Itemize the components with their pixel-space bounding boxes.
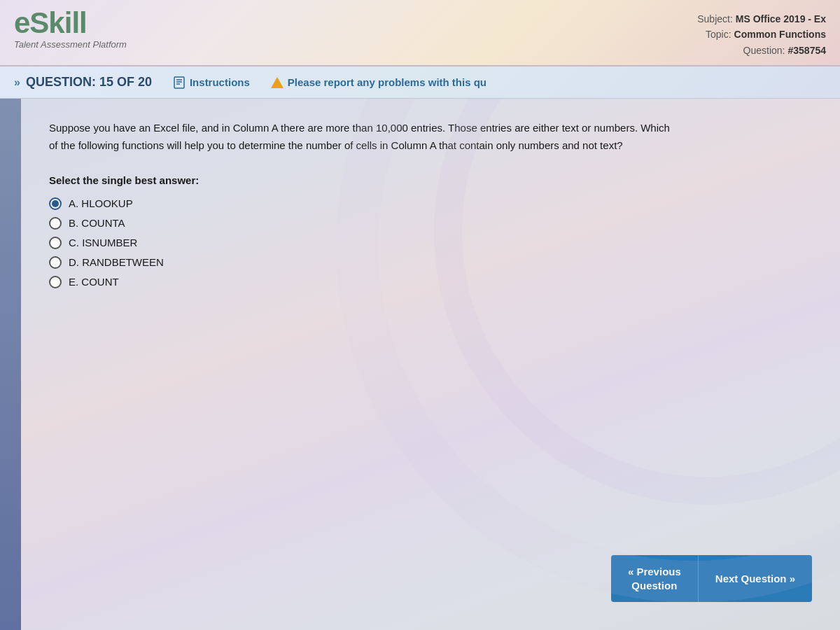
answer-option-d[interactable]: D. RANDBETWEEN (49, 256, 812, 269)
answer-option-b[interactable]: B. COUNTA (49, 217, 812, 230)
report-problem-button[interactable]: Please report any problems with this qu (271, 76, 486, 88)
next-question-button[interactable]: Next Question » (698, 555, 812, 602)
radio-e (49, 276, 62, 288)
radio-inner-a (52, 200, 59, 207)
navigation-buttons: « Previous Question Next Question » (611, 555, 812, 602)
instructions-button[interactable]: Instructions (173, 76, 250, 89)
question-number-text: QUESTION: 15 OF 20 (26, 75, 152, 90)
question-number: » QUESTION: 15 OF 20 (14, 75, 152, 90)
answer-option-c[interactable]: C. ISNUMBER (49, 237, 812, 249)
radio-c (49, 237, 62, 249)
side-bar (0, 99, 21, 630)
option-label-c: C. ISNUMBER (69, 237, 137, 248)
header-info: Subject: MS Office 2019 - Ex Topic: Comm… (697, 8, 826, 58)
instructions-icon (173, 76, 186, 89)
question-label: Question: (743, 43, 785, 58)
select-label: Select the single best answer: (49, 174, 812, 186)
option-label-a: A. HLOOKUP (69, 197, 133, 209)
question-bar: » QUESTION: 15 OF 20 Instructions Please… (0, 66, 840, 99)
question-text: Suppose you have an Excel file, and in C… (49, 120, 679, 155)
option-label-e: E. COUNT (69, 276, 119, 288)
tagline: Talent Assessment Platform (14, 39, 127, 50)
previous-line1: « Previous (628, 565, 681, 579)
warning-icon (271, 77, 284, 88)
logo-area: eSkill Talent Assessment Platform (14, 8, 127, 50)
radio-b (49, 217, 62, 230)
radio-d (49, 256, 62, 269)
previous-line2: Question (628, 579, 681, 593)
radio-a (49, 197, 62, 210)
topic-label: Topic: (706, 27, 732, 42)
answer-option-a[interactable]: A. HLOOKUP (49, 197, 812, 210)
previous-question-button[interactable]: « Previous Question (611, 555, 698, 602)
main-content: Suppose you have an Excel file, and in C… (21, 99, 840, 630)
option-label-d: D. RANDBETWEEN (69, 256, 164, 268)
header: eSkill Talent Assessment Platform Subjec… (0, 0, 840, 66)
topic-value: Common Functions (734, 27, 826, 42)
instructions-label: Instructions (190, 76, 250, 88)
option-label-b: B. COUNTA (69, 217, 125, 229)
logo: eSkill (14, 8, 127, 38)
answer-option-e[interactable]: E. COUNT (49, 276, 812, 288)
question-id-value: #358754 (788, 43, 826, 58)
chevron-icon: » (14, 76, 20, 89)
subject-value: MS Office 2019 - Ex (736, 11, 826, 27)
page-wrapper: Suppose you have an Excel file, and in C… (0, 99, 840, 630)
subject-label: Subject: (697, 11, 733, 27)
svg-rect-0 (174, 77, 184, 88)
report-label: Please report any problems with this qu (288, 76, 486, 88)
answer-options: A. HLOOKUPB. COUNTAC. ISNUMBERD. RANDBET… (49, 197, 812, 288)
